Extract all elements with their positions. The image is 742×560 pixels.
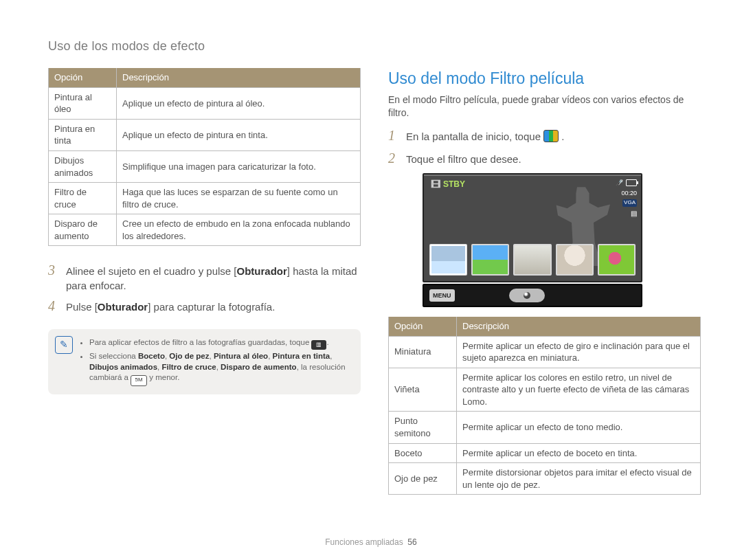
film-icon: 🎞 — [431, 179, 440, 189]
resolution-vga-icon: VGA — [622, 199, 637, 207]
filter-thumb-halftone[interactable] — [513, 244, 551, 276]
filter-options-table-left: Opción Descripción Pintura al óleoApliqu… — [48, 68, 361, 246]
table-row: Disparo de aumentoCree un efecto de embu… — [49, 214, 361, 246]
recording-time: 00:20 — [621, 189, 637, 197]
th-option: Opción — [49, 68, 117, 87]
table-row: BocetoPermite aplicar un efecto de bocet… — [389, 443, 701, 463]
step-number: 4 — [48, 297, 60, 315]
smart-filter-icon: ▥ — [311, 340, 326, 350]
movie-filter-mode-icon — [543, 130, 559, 142]
section-lead: En el modo Filtro película, puede grabar… — [388, 93, 701, 120]
step-3: 3 Alinee el sujeto en el cuadro y pulse … — [48, 261, 361, 293]
th-description: Descripción — [117, 68, 361, 87]
filter-thumb-fisheye[interactable] — [598, 244, 636, 276]
note-box: ✎ Para aplicar efectos de filtro a las f… — [48, 329, 361, 394]
page-header: Uso de los modos de efecto — [48, 38, 701, 54]
th-option: Opción — [389, 317, 457, 336]
card-icon: ▤ — [631, 209, 637, 219]
table-row: Dibujos animadosSimplifique una imagen p… — [49, 151, 361, 183]
th-description: Descripción — [457, 317, 701, 336]
section-title: Uso del modo Filtro película — [388, 68, 701, 89]
table-row: Punto semitonoPermite aplicar un efecto … — [389, 412, 701, 443]
table-row: Filtro de cruceHaga que las luces se esp… — [49, 183, 361, 214]
step-number: 3 — [48, 261, 60, 280]
battery-icon — [626, 179, 637, 186]
table-row: ViñetaPermite aplicar los colores en est… — [389, 368, 701, 412]
note-info-icon: ✎ — [55, 336, 73, 354]
filter-thumb-miniature[interactable] — [429, 244, 467, 276]
record-button[interactable] — [509, 289, 545, 302]
step-number: 2 — [388, 149, 401, 168]
stby-label: STBY — [443, 179, 465, 190]
table-row: Pintura al óleoAplique un efecto de pint… — [49, 87, 361, 119]
note-text: Para aplicar efectos de filtro a las fot… — [89, 338, 311, 346]
menu-button[interactable]: MENU — [429, 289, 455, 302]
filter-options-table-right: Opción Descripción MiniaturaPermite apli… — [388, 317, 701, 495]
filter-thumb-vignette[interactable] — [471, 244, 509, 276]
filter-thumbnails[interactable] — [429, 244, 636, 276]
filter-thumb-sketch[interactable] — [556, 244, 594, 276]
camera-lcd-preview: 🎞 STBY 🎤̸ 00:20 VGA ▤ — [423, 173, 642, 307]
mic-off-icon: 🎤̸ — [616, 179, 623, 187]
step-number: 1 — [388, 126, 401, 145]
table-row: Pintura en tintaAplique un efecto de pin… — [49, 119, 361, 150]
step-4: 4 Pulse [Obturador] para capturar la fot… — [48, 297, 361, 315]
page-footer: Funciones ampliadas 56 — [0, 537, 742, 548]
table-row: MiniaturaPermite aplicar un efecto de gi… — [389, 336, 701, 368]
table-row: Ojo de pezPermite distorsionar objetos p… — [389, 463, 701, 495]
step-1: 1 En la pantalla de inicio, toque . — [388, 126, 701, 145]
record-dot-icon — [524, 292, 530, 299]
resolution-5m-icon: 5M — [131, 375, 147, 386]
step-2: 2 Toque el filtro que desee. — [388, 149, 701, 168]
